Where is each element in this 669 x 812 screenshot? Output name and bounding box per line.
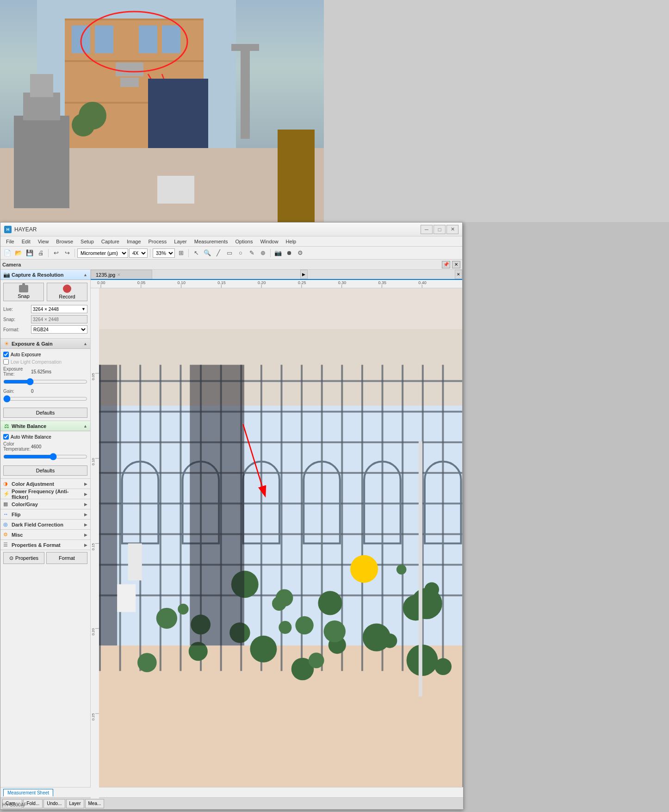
toolbar-save[interactable]: 💾 bbox=[25, 248, 35, 258]
format-button[interactable]: Format bbox=[46, 552, 87, 564]
arrow-flip: ▶ bbox=[84, 512, 87, 517]
measurement-sheet-tab[interactable]: Measurement Sheet bbox=[3, 789, 53, 796]
auto-wb-row: Auto White Balance bbox=[3, 434, 87, 440]
camera-close-btn[interactable]: ✕ bbox=[452, 261, 460, 268]
device-label: HY-S800AF bbox=[2, 802, 26, 807]
menu-item-file[interactable]: File bbox=[2, 238, 18, 245]
toolbar-circle[interactable]: ○ bbox=[235, 248, 246, 258]
wb-title: White Balance bbox=[12, 423, 83, 429]
tab-scroll-right[interactable]: ▶ bbox=[300, 270, 308, 279]
toolbar-zoom-fit[interactable]: ⊞ bbox=[176, 248, 186, 258]
title-flip: Flip bbox=[12, 512, 84, 517]
section-color-gray[interactable]: ▩ Color/Gray ▶ bbox=[0, 499, 90, 509]
arrow-misc: ▶ bbox=[84, 533, 87, 537]
camera-pin-btn[interactable]: 📌 bbox=[442, 261, 450, 268]
gain-label: Gain: bbox=[3, 389, 31, 394]
menu-item-help[interactable]: Help bbox=[282, 238, 300, 245]
arrow-color-gray: ▶ bbox=[84, 502, 87, 507]
toolbar-cursor[interactable]: ↖ bbox=[191, 248, 201, 258]
menu-item-options[interactable]: Options bbox=[232, 238, 257, 245]
maximize-button[interactable]: □ bbox=[434, 225, 446, 234]
arrow-power-freq: ▶ bbox=[84, 492, 87, 496]
auto-wb-check[interactable] bbox=[3, 434, 9, 440]
title-bar: H HAYEAR ─ □ ✕ bbox=[0, 223, 462, 236]
exposure-arrow: ▲ bbox=[83, 341, 87, 346]
tab-close-all[interactable]: ✕ bbox=[455, 270, 462, 279]
low-light-row: Low Light Compensation bbox=[3, 359, 87, 365]
wb-defaults-btn[interactable]: Defaults bbox=[3, 465, 87, 476]
auto-exposure-check[interactable] bbox=[3, 352, 9, 357]
format-select[interactable]: RGB24 bbox=[31, 325, 87, 334]
auto-exposure-label: Auto Exposure bbox=[11, 352, 41, 357]
menu-item-edit[interactable]: Edit bbox=[18, 238, 34, 245]
taskbar-item-meas[interactable]: Mea... bbox=[85, 799, 105, 808]
section-dark-field[interactable]: ◎ Dark Field Correction ▶ bbox=[0, 520, 90, 530]
live-dropdown[interactable]: ▼ bbox=[81, 307, 86, 311]
snap-button[interactable]: Snap bbox=[3, 283, 44, 301]
section-color-adj[interactable]: ◑ Color Adjustment ▶ bbox=[0, 479, 90, 489]
arrow-color-adj: ▶ bbox=[84, 482, 87, 486]
prop-icon: ⊙ bbox=[9, 555, 13, 561]
toolbar-line[interactable]: ╱ bbox=[213, 248, 223, 258]
toolbar-rect[interactable]: ▭ bbox=[224, 248, 235, 258]
snap-label2: Snap: bbox=[3, 317, 31, 322]
image-area[interactable] bbox=[91, 288, 462, 799]
gain-slider[interactable] bbox=[3, 396, 87, 402]
menu-item-browse[interactable]: Browse bbox=[52, 238, 77, 245]
toolbar-redo[interactable]: ↪ bbox=[62, 248, 72, 258]
exposure-defaults-btn[interactable]: Defaults bbox=[3, 408, 87, 418]
section-power-freq[interactable]: ⚡ Power Frequency (Anti-flicker) ▶ bbox=[0, 489, 90, 499]
live-value: 3264 × 2448 ▼ bbox=[31, 305, 87, 313]
toolbar-zoom-in[interactable]: 🔍 bbox=[202, 248, 212, 258]
toolbar-snap-shot[interactable]: 📷 bbox=[273, 248, 283, 258]
tab-close-image[interactable]: ✕ bbox=[117, 273, 121, 277]
zoom-select[interactable]: 33% bbox=[153, 248, 175, 258]
toolbar-open[interactable]: 📂 bbox=[13, 248, 24, 258]
section-prop-format[interactable]: ☰ Properties & Format ▶ bbox=[0, 540, 90, 550]
left-panel: 📷 Capture & Resolution ▲ Snap Record bbox=[0, 270, 91, 809]
capture-arrow: ▲ bbox=[83, 273, 87, 277]
toolbar-print[interactable]: 🖨 bbox=[36, 248, 46, 258]
color-temp-slider[interactable] bbox=[3, 453, 87, 460]
toolbar-new[interactable]: 📄 bbox=[2, 248, 12, 258]
gain-slider-row bbox=[3, 396, 87, 403]
section-misc[interactable]: ⚙ Misc ▶ bbox=[0, 530, 90, 540]
unit-select[interactable]: Micrometer (μm) bbox=[77, 248, 128, 258]
exposure-icon: ☀ bbox=[3, 341, 10, 347]
close-button[interactable]: ✕ bbox=[446, 225, 458, 234]
color-temp-label: Color Temperature: bbox=[3, 441, 31, 452]
toolbar-record[interactable]: ⏺ bbox=[284, 248, 294, 258]
snap-value: 3264 × 2448 bbox=[31, 315, 87, 323]
toolbar-measure[interactable]: ⊕ bbox=[258, 248, 268, 258]
menu-item-setup[interactable]: Setup bbox=[77, 238, 98, 245]
mag-select[interactable]: 4X bbox=[129, 248, 148, 258]
icon-power-freq: ⚡ bbox=[3, 491, 10, 497]
menu-item-image[interactable]: Image bbox=[123, 238, 145, 245]
toolbar-settings[interactable]: ⚙ bbox=[295, 248, 305, 258]
menu-item-view[interactable]: View bbox=[34, 238, 53, 245]
taskbar-item-undo[interactable]: Undo... bbox=[43, 799, 65, 808]
properties-button[interactable]: ⊙ Properties bbox=[3, 552, 44, 564]
menu-item-layer[interactable]: Layer bbox=[170, 238, 191, 245]
menu-item-window[interactable]: Window bbox=[256, 238, 282, 245]
toolbar-undo[interactable]: ↩ bbox=[51, 248, 61, 258]
icon-dark-field: ◎ bbox=[3, 521, 10, 528]
capture-header[interactable]: 📷 Capture & Resolution ▲ bbox=[0, 270, 90, 280]
menu-item-capture[interactable]: Capture bbox=[98, 238, 123, 245]
taskbar-item-layer[interactable]: Layer bbox=[66, 799, 84, 808]
exposure-slider[interactable] bbox=[3, 378, 87, 385]
capture-content: Snap Record Live: 3264 × 2448 ▼ bbox=[0, 280, 90, 338]
minimize-button[interactable]: ─ bbox=[421, 225, 433, 234]
toolbar: 📄 📂 💾 🖨 ↩ ↪ Micrometer (μm) 4X 33% ⊞ ↖ 🔍… bbox=[0, 247, 462, 260]
wb-header[interactable]: ⚖ White Balance ▲ bbox=[0, 421, 90, 431]
tab-image[interactable]: 1235.jpg✕ bbox=[91, 270, 152, 279]
menu-item-measurements[interactable]: Measurements bbox=[191, 238, 232, 245]
record-button[interactable]: Record bbox=[47, 283, 87, 301]
exposure-header[interactable]: ☀ Exposure & Gain ▲ bbox=[0, 339, 90, 349]
toolbar-annotate[interactable]: ✎ bbox=[247, 248, 257, 258]
low-light-check[interactable] bbox=[3, 359, 9, 365]
menu-item-process[interactable]: Process bbox=[145, 238, 171, 245]
section-flip[interactable]: ↔ Flip ▶ bbox=[0, 509, 90, 520]
title-misc: Misc bbox=[12, 532, 84, 538]
tab-bar: Video [HY-S800AF]✕1235.jpg✕ ▶ ✕ bbox=[91, 270, 462, 280]
